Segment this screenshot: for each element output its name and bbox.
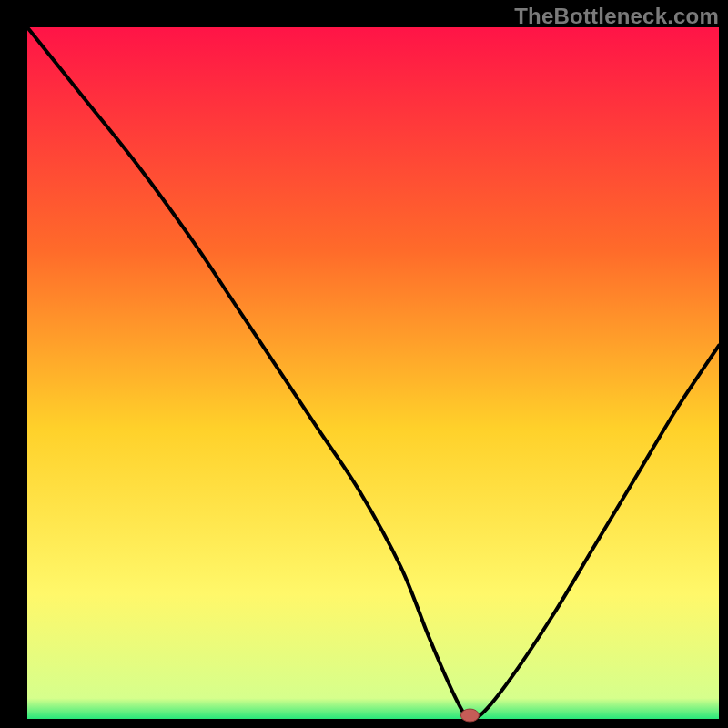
chart-frame: { "watermark": "TheBottleneck.com", "col…	[0, 0, 728, 728]
optimal-marker	[460, 709, 479, 722]
plot-background	[27, 27, 719, 719]
watermark-text: TheBottleneck.com	[514, 4, 719, 29]
bottleneck-chart	[0, 0, 728, 728]
